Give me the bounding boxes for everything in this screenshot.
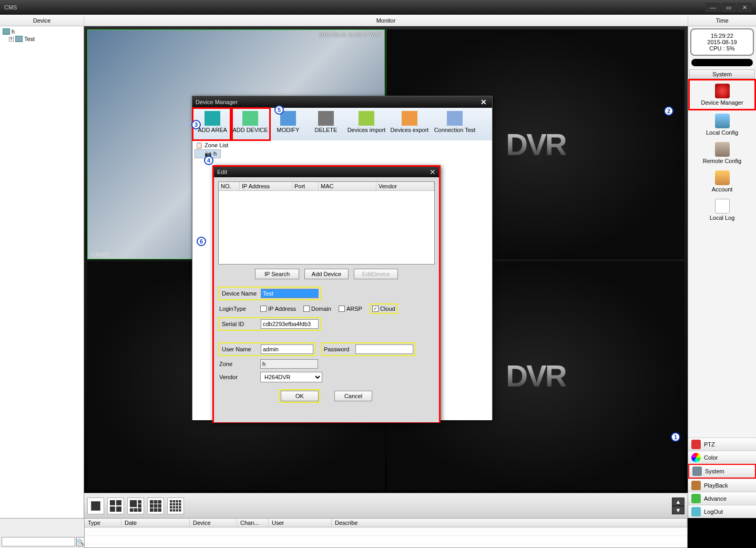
edit-close-icon[interactable]: ✕ — [430, 168, 436, 176]
ok-button[interactable]: OK — [281, 391, 319, 401]
system-device-manager[interactable]: Device Manager — [688, 79, 756, 110]
header-monitor: Monitor — [84, 15, 688, 26]
col-date[interactable]: Date — [121, 519, 190, 527]
opt-cloud[interactable]: ✓Cloud — [372, 306, 395, 312]
cancel-button[interactable]: Cancel — [334, 391, 372, 401]
dm-export[interactable]: Devices export — [388, 109, 431, 139]
system-remote-config[interactable]: Remote Config — [688, 139, 756, 167]
system-local-log[interactable]: Local Log — [688, 196, 756, 224]
log-body — [85, 527, 687, 545]
svg-rect-12 — [154, 500, 158, 504]
svg-rect-29 — [173, 506, 175, 508]
tree-root[interactable]: h — [2, 28, 82, 35]
col-ip[interactable]: IP Address — [240, 182, 292, 190]
col-device[interactable]: Device — [190, 519, 237, 527]
layout-6[interactable] — [127, 498, 144, 514]
col-no[interactable]: NO. — [219, 182, 240, 190]
annotation-1: 1 — [671, 432, 680, 442]
layout-4[interactable] — [107, 498, 124, 514]
svg-rect-27 — [179, 503, 181, 505]
add-device-icon — [242, 111, 258, 126]
expand-icon[interactable]: + — [9, 37, 14, 42]
dm-conntest[interactable]: Connection Test — [431, 109, 478, 139]
zone-input — [260, 359, 318, 369]
svg-rect-11 — [150, 500, 154, 504]
system-account[interactable]: Account — [688, 167, 756, 196]
sidemenu-color[interactable]: Color — [688, 451, 756, 464]
sm-label: PlayBack — [704, 482, 728, 489]
col-vendor[interactable]: Vendor — [376, 182, 434, 190]
system-icon — [692, 466, 702, 476]
svg-rect-15 — [154, 504, 158, 508]
vendor-select[interactable]: H264DVR — [260, 372, 322, 382]
page-up[interactable]: ▲ — [672, 498, 685, 506]
svg-rect-4 — [116, 506, 121, 512]
edit-device-button: EditDevice — [354, 269, 398, 279]
bottom-panel: 🔍 ↻ Type Date Device Chan... User Descri… — [0, 518, 756, 548]
svg-rect-9 — [134, 508, 138, 512]
sidemenu-playback[interactable]: PlayBack — [688, 479, 756, 492]
maximize-button[interactable]: ▭ — [721, 3, 736, 12]
page-down[interactable]: ▼ — [672, 506, 685, 514]
svg-rect-8 — [130, 508, 134, 512]
layout-1[interactable] — [87, 498, 104, 514]
dm-close-icon[interactable]: ✕ — [478, 98, 489, 106]
col-port[interactable]: Port — [292, 182, 319, 190]
col-describe[interactable]: Describe — [332, 519, 687, 527]
device-tree: h + Test — [0, 26, 84, 518]
user-label: User Name — [221, 346, 261, 352]
device-icon — [15, 36, 23, 42]
search-input[interactable] — [2, 537, 75, 546]
sys-label: Device Manager — [691, 99, 753, 106]
close-button[interactable]: ✕ — [737, 3, 752, 12]
sidemenu-logout[interactable]: LogOut — [688, 505, 756, 518]
layout-16[interactable] — [167, 498, 184, 514]
col-type[interactable]: Type — [85, 519, 121, 527]
import-icon — [359, 111, 374, 126]
svg-rect-1 — [110, 500, 115, 505]
sys-label: Account — [689, 186, 755, 192]
sidemenu-system[interactable]: System — [688, 464, 756, 479]
playback-icon — [691, 481, 701, 490]
dm-delete[interactable]: DELETE — [307, 109, 345, 139]
tree-root-label: h — [12, 28, 15, 35]
zone-list-label[interactable]: 📋 Zone List — [195, 141, 490, 149]
camera-label: CAM01 — [91, 251, 110, 258]
layout-9[interactable] — [147, 498, 164, 514]
col-chan[interactable]: Chan... — [237, 519, 269, 527]
ip-search-button[interactable]: IP Search — [255, 269, 299, 279]
dm-add-device[interactable]: ADD DEVICE — [231, 109, 269, 139]
sm-label: Advance — [704, 495, 727, 502]
sidemenu-advance[interactable]: Advance — [688, 492, 756, 505]
svg-rect-7 — [138, 504, 141, 508]
tree-child[interactable]: + Test — [2, 35, 82, 43]
opt-domain[interactable]: Domain — [303, 306, 331, 312]
device-name-input[interactable] — [261, 289, 319, 298]
col-mac[interactable]: MAC — [319, 182, 376, 190]
opt-ip[interactable]: IP Address — [260, 306, 296, 312]
svg-rect-16 — [158, 504, 161, 508]
delete-icon — [318, 111, 334, 126]
search-icon[interactable]: 🔍 — [76, 537, 85, 546]
clock-time: 15:29:22 — [694, 33, 750, 39]
sidemenu-ptz[interactable]: PTZ — [688, 438, 756, 451]
col-user[interactable]: User — [269, 519, 332, 527]
sm-label: LogOut — [704, 509, 723, 515]
user-input[interactable] — [261, 344, 313, 354]
app-title: CMS — [4, 4, 17, 11]
vendor-label: Vendor — [218, 374, 258, 380]
clock-cpu: CPU : 5% — [694, 45, 750, 52]
opt-arsp[interactable]: ARSP — [339, 306, 362, 312]
dm-modify[interactable]: MODIFY — [269, 109, 307, 139]
system-local-config[interactable]: Local Config — [688, 110, 756, 139]
svg-rect-30 — [176, 506, 178, 508]
dm-import[interactable]: Devices import — [345, 109, 388, 139]
svg-rect-33 — [173, 509, 175, 511]
minimize-button[interactable]: — — [706, 3, 720, 12]
search-table: NO. IP Address Port MAC Vendor — [218, 181, 435, 265]
add-device-button[interactable]: Add Device — [304, 269, 349, 279]
edit-titlebar[interactable]: Edit ✕ — [214, 167, 439, 177]
serial-input[interactable] — [261, 319, 319, 329]
password-input[interactable] — [355, 344, 413, 354]
dm-titlebar[interactable]: Device Manager ✕ — [192, 96, 492, 108]
